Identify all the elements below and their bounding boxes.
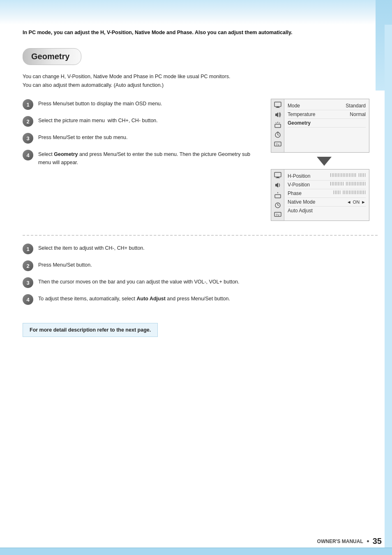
sound-icon-2 (273, 181, 283, 189)
svg-line-10 (278, 135, 279, 135)
osd-row-native-mode: Native Mode ◄ ON ► (288, 198, 366, 207)
step-3-group1: 3 Press Menu/Set to enter the sub menu. (23, 132, 258, 144)
section-separator (23, 235, 378, 236)
footer-page-num: 35 (373, 536, 382, 546)
steps-group2-left: 1 Select the item to adjust with CH-, CH… (23, 243, 258, 311)
step-2-group2: 2 Press Menu/Set button. (23, 260, 258, 271)
step-text-2: Select the picture main menu with CH+, C… (38, 116, 158, 125)
step2-number-4: 4 (23, 294, 33, 305)
main-content: In PC mode, you can adjust the H, V-Posi… (23, 29, 378, 539)
step-number-4: 4 (23, 150, 33, 160)
steps-and-osd-group1: 1 Press Menu/set button to display the m… (23, 99, 378, 225)
osd-row-empty3 (288, 142, 366, 150)
monitor-icon-2 (273, 171, 283, 179)
arrow-down (271, 157, 378, 166)
step-text-3: Press Menu/Set to enter the sub menu. (38, 132, 127, 142)
note-text: For more detail description refer to the… (30, 327, 151, 333)
svg-line-7 (279, 123, 280, 124)
svg-rect-0 (274, 102, 281, 107)
step-4-group2: 4 To adjust these items, automatically, … (23, 294, 258, 305)
timer-icon (273, 130, 283, 139)
svg-text:TV: TV (276, 143, 279, 146)
osd-menu1: TV Mode Standard Temperature Normal (271, 99, 378, 225)
step2-text-4: To adjust these items, automatically, se… (38, 294, 230, 303)
step2-text-3: Then the cursor moves on the bar and you… (38, 277, 240, 286)
step-3-group2: 3 Then the cursor moves on the bar and y… (23, 277, 258, 288)
tv-icon: TV (273, 140, 283, 149)
osd-table-1: Mode Standard Temperature Normal Geometr… (284, 99, 369, 152)
svg-line-22 (278, 205, 279, 206)
osd-row-empty2 (288, 135, 366, 142)
osd-row-phase: Phase ||||| ||||||||||||||| (288, 189, 366, 198)
geometry-banner: Geometry (23, 48, 81, 65)
step2-number-1: 1 (23, 244, 33, 254)
steps-group1: 1 Press Menu/set button to display the m… (23, 99, 258, 225)
svg-rect-2 (276, 107, 280, 108)
osd-row-geometry: Geometry (288, 119, 366, 128)
step-2-group1: 2 Select the picture main menu with CH+,… (23, 116, 258, 127)
description-text: You can change H, V-Position, Native Mod… (23, 72, 378, 90)
osd-content-1: TV Mode Standard Temperature Normal (271, 99, 369, 152)
top-bar (0, 0, 392, 25)
step-1-group1: 1 Press Menu/set button to display the m… (23, 99, 258, 110)
section-title: Geometry (31, 52, 69, 61)
osd-icons-2: TV (271, 170, 284, 221)
svg-marker-3 (275, 112, 278, 117)
tv-icon-2: TV (273, 211, 283, 219)
bottom-strip (0, 548, 392, 555)
step-text-4: Select Geometry and press Menu/Set to en… (38, 149, 258, 167)
timer-icon-2 (273, 201, 283, 209)
arrow-down-shape (317, 157, 332, 166)
step2-number-3: 3 (23, 277, 33, 288)
brightness-icon (273, 121, 283, 129)
osd-box-2: TV H-Position ||||||||||||||||| ||||| V-… (271, 169, 369, 221)
osd-row-vposition: V-Position ||||||||| ||||||||||||| (288, 181, 366, 189)
osd-row-hposition: H-Position ||||||||||||||||| ||||| (288, 172, 366, 181)
footer: OWNER'S MANUAL 35 (0, 536, 382, 546)
right-side-bar (385, 25, 392, 548)
svg-rect-18 (275, 195, 281, 198)
intro-text: In PC mode, you can adjust the H, V-Posi… (23, 29, 378, 37)
sound-icon (273, 111, 283, 119)
footer-bullet (367, 540, 369, 542)
footer-manual-text: OWNER'S MANUAL (317, 539, 363, 544)
step-4-group1: 4 Select Geometry and press Menu/Set to … (23, 149, 258, 167)
brightness-icon-2 (273, 191, 283, 199)
osd-table-2: H-Position ||||||||||||||||| ||||| V-Pos… (284, 170, 369, 221)
right-spacer (271, 243, 378, 311)
osd-row-auto-adjust: Auto Adjust (288, 207, 366, 215)
step2-number-2: 2 (23, 260, 33, 271)
step-1-group2: 1 Select the item to adjust with CH-, CH… (23, 243, 258, 254)
svg-marker-17 (275, 183, 278, 188)
step-number-1: 1 (23, 99, 33, 110)
osd-row-mode: Mode Standard (288, 102, 366, 110)
step-number-3: 3 (23, 133, 33, 144)
osd-icons-1: TV (271, 99, 284, 152)
svg-rect-16 (276, 178, 280, 178)
step-number-2: 2 (23, 116, 33, 127)
osd-box-1: TV Mode Standard Temperature Normal (271, 99, 369, 153)
svg-rect-1 (277, 107, 279, 107)
osd-row-empty1 (288, 128, 366, 135)
svg-text:TV: TV (276, 214, 279, 216)
note-box: For more detail description refer to the… (23, 323, 158, 337)
step2-text-1: Select the item to adjust with CH-, CH+ … (38, 243, 145, 252)
monitor-icon (273, 101, 283, 109)
osd-content-2: TV H-Position ||||||||||||||||| ||||| V-… (271, 170, 369, 221)
step-text-1: Press Menu/set button to display the mai… (38, 99, 162, 108)
svg-rect-15 (277, 177, 279, 178)
svg-rect-4 (275, 124, 281, 128)
svg-line-6 (276, 123, 277, 124)
svg-rect-14 (274, 172, 281, 177)
step2-text-2: Press Menu/Set button. (38, 260, 92, 269)
steps-group2: 1 Select the item to adjust with CH-, CH… (23, 243, 378, 311)
osd-row-temperature: Temperature Normal (288, 110, 366, 119)
